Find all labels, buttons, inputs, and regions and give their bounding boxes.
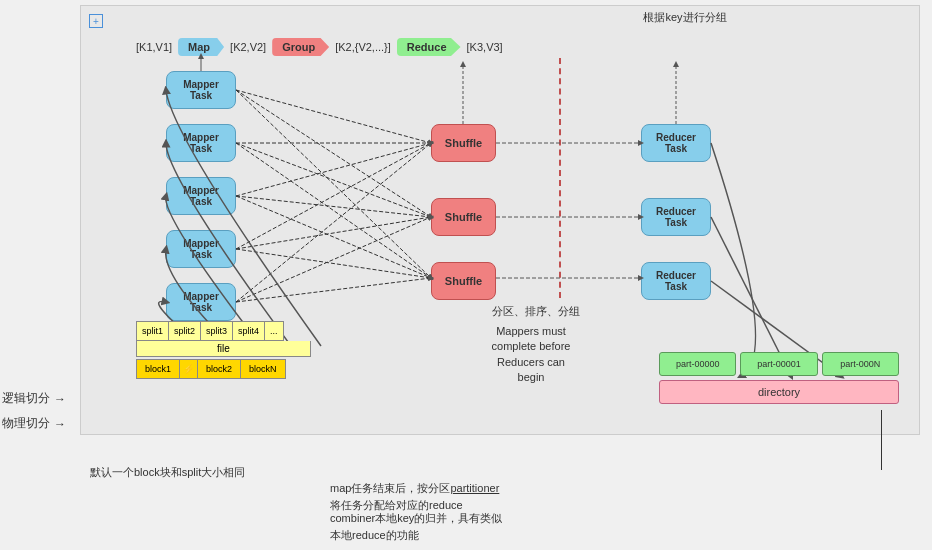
svg-line-2 — [236, 90, 431, 143]
file-label: file — [136, 341, 311, 357]
mapper-task-3: MapperTask — [166, 177, 236, 215]
block-divider: ⚡ — [179, 359, 197, 379]
svg-line-10 — [236, 196, 431, 278]
svg-line-14 — [236, 143, 431, 302]
top-group-label: 根据key进行分组 — [451, 10, 919, 25]
split2-cell: split2 — [168, 321, 200, 341]
reducer-task-1: ReducerTask — [641, 124, 711, 162]
group-arrow: Group — [272, 38, 329, 56]
split4-cell: split4 — [232, 321, 264, 341]
expand-icon[interactable]: + — [89, 14, 103, 28]
block1-cell: block1 — [136, 359, 179, 379]
reduce-arrow: Reduce — [397, 38, 461, 56]
mapper-task-1: MapperTask — [166, 71, 236, 109]
main-container: 逻辑切分 → 物理切分 → + 根据key进行分组 [K1,V1] Map [K… — [0, 0, 932, 550]
physical-split-label: 物理切分 → — [2, 415, 66, 432]
output-area: part-00000 part-00001 part-000N director… — [659, 352, 899, 404]
directory-box: directory — [659, 380, 899, 404]
part-00001-box: part-00001 — [740, 352, 817, 376]
default-block-text: 默认一个block块和split大小相同 — [90, 464, 245, 481]
svg-line-12 — [236, 217, 431, 249]
logical-split-arrow: → — [54, 392, 66, 406]
svg-line-13 — [236, 249, 431, 278]
splits-row: split1 split2 split3 split4 ... — [136, 321, 311, 341]
pipe-k1v1: [K1,V1] — [136, 41, 172, 53]
mapper-task-5: MapperTask — [166, 283, 236, 321]
blockN-cell: blockN — [240, 359, 286, 379]
pipe-k2v2: [K2,V2] — [230, 41, 266, 53]
diagram-area: + 根据key进行分组 [K1,V1] Map [K2,V2] Group [K… — [80, 5, 920, 435]
mapper-task-4: MapperTask — [166, 230, 236, 268]
svg-line-11 — [236, 143, 431, 249]
logical-split-text: 逻辑切分 — [2, 390, 50, 407]
split3-cell: split3 — [200, 321, 232, 341]
physical-split-text: 物理切分 — [2, 415, 50, 432]
map-arrow: Map — [178, 38, 224, 56]
group-vertical-line — [559, 58, 561, 298]
file-splits-area: split1 split2 split3 split4 ... file blo… — [136, 321, 311, 379]
mapper-task-2: MapperTask — [166, 124, 236, 162]
part-000n-box: part-000N — [822, 352, 899, 376]
pipe-k3v3: [K3,V3] — [467, 41, 503, 53]
part-00000-box: part-00000 — [659, 352, 736, 376]
reducer-task-3: ReducerTask — [641, 262, 711, 300]
right-vertical-line — [881, 410, 882, 470]
combiner-note: combiner本地key的归并，具有类似本地reduce的功能 — [330, 510, 502, 545]
svg-line-4 — [236, 90, 431, 278]
split-etc-cell: ... — [264, 321, 284, 341]
physical-split-arrow: → — [54, 417, 66, 431]
svg-line-3 — [236, 90, 431, 217]
shuffle-box-3: Shuffle — [431, 262, 496, 300]
logical-split-label: 逻辑切分 → — [2, 390, 66, 407]
svg-line-9 — [236, 196, 431, 217]
pipeline-bar: [K1,V1] Map [K2,V2] Group [K2,{V2,...}] … — [136, 38, 503, 56]
svg-line-8 — [236, 143, 431, 196]
shuffle-box-1: Shuffle — [431, 124, 496, 162]
svg-line-16 — [236, 278, 431, 302]
block2-cell: block2 — [197, 359, 240, 379]
svg-line-7 — [236, 143, 431, 278]
partition-sort-group-label: 分区、排序、分组 — [471, 304, 601, 319]
blocks-row: block1 ⚡ block2 blockN — [136, 359, 311, 379]
mappers-wait-label: Mappers mustcomplete beforeReducers canb… — [461, 324, 601, 386]
output-files-row: part-00000 part-00001 part-000N — [659, 352, 899, 376]
pipe-k2v2-set: [K2,{V2,...}] — [335, 41, 391, 53]
reducer-task-2: ReducerTask — [641, 198, 711, 236]
svg-line-15 — [236, 217, 431, 302]
shuffle-box-2: Shuffle — [431, 198, 496, 236]
svg-line-6 — [236, 143, 431, 217]
split1-cell: split1 — [136, 321, 168, 341]
